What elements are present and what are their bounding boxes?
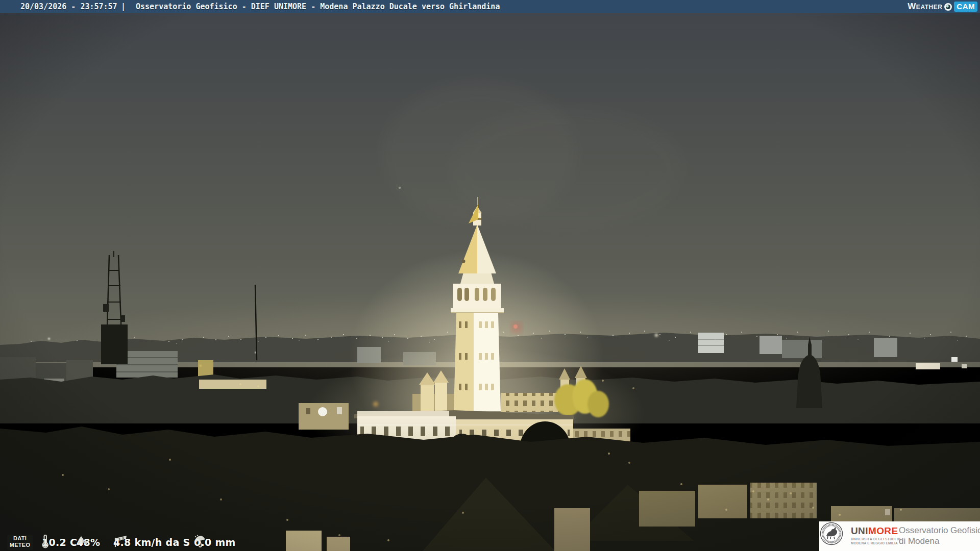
dati-meteo-label: DATI METEO xyxy=(7,535,33,550)
university-subtitle-line2: MODENA E REGGIO EMILIA xyxy=(851,541,900,545)
observatory-name-line2: di Modena xyxy=(899,536,980,546)
rain-icon xyxy=(194,535,207,548)
seal-year: 1175 xyxy=(829,541,834,543)
wind-icon xyxy=(113,535,128,548)
unimore-uni: UNI xyxy=(851,525,868,536)
weathercam-watermark: Weather CAM xyxy=(908,1,977,12)
unimore-wordmark: UNIMORE xyxy=(851,525,898,537)
unimore-logo-box: 1175 UNIMORE UNIVERSITÀ DEGLI STUDI DI M… xyxy=(819,521,980,551)
weathercam-weather-label: Weather xyxy=(908,1,942,12)
osd-header-bar: 20/03/2026 - 23:57:57 | Osservatorio Geo… xyxy=(0,0,980,13)
timestamp: 20/03/2026 - 23:57:57 xyxy=(20,0,117,13)
thermometer-icon xyxy=(42,535,48,548)
foreground-scene xyxy=(0,0,980,551)
camera-title: Osservatorio Geofisico - DIEF UNIMORE - … xyxy=(136,0,500,13)
vignette xyxy=(0,0,980,551)
wind-reading: 4.8 km/h da S xyxy=(113,535,190,550)
unimore-seal-icon: 1175 xyxy=(819,521,844,546)
observatory-name-line1: Osservatorio Geofisico xyxy=(899,525,980,536)
webcam-frame: 20/03/2026 - 23:57:57 | Osservatorio Geo… xyxy=(0,0,980,551)
university-subtitle-line1: UNIVERSITÀ DEGLI STUDI DI xyxy=(851,537,900,541)
dati-label-line1: DATI xyxy=(7,535,33,542)
camera-lens-icon xyxy=(944,3,952,11)
dati-label-line2: METEO xyxy=(7,542,33,548)
humidity-reading: 48% xyxy=(77,535,100,550)
humidity-icon xyxy=(77,535,89,547)
university-subtitle: UNIVERSITÀ DEGLI STUDI DI MODENA E REGGI… xyxy=(851,537,900,545)
temperature-reading: 10.2 C xyxy=(42,535,77,550)
observatory-name: Osservatorio Geofisico di Modena xyxy=(899,525,980,546)
rain-reading: 0.0 mm xyxy=(194,535,236,550)
header-separator: | xyxy=(121,0,126,13)
unimore-more: MORE xyxy=(868,525,898,536)
weathercam-cam-badge: CAM xyxy=(954,2,977,12)
